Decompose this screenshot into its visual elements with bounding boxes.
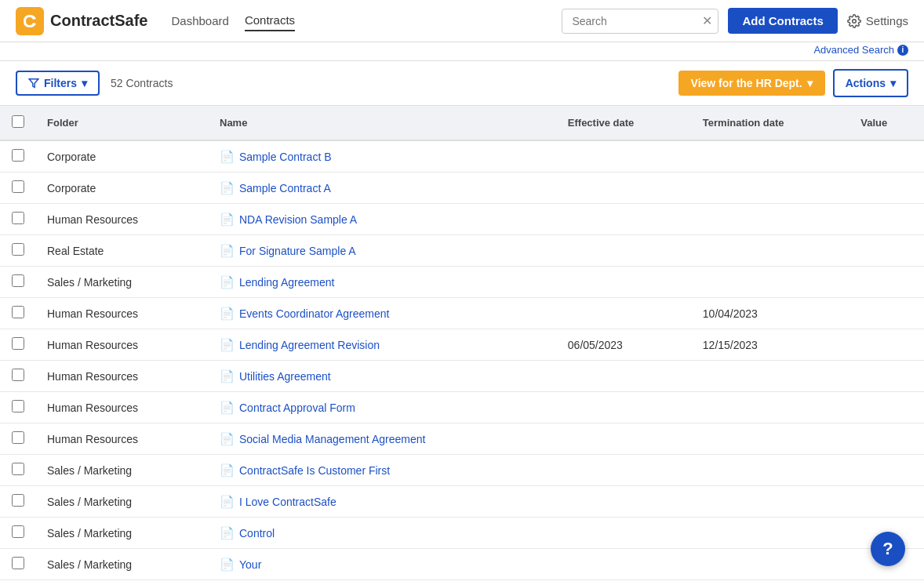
row-name-0[interactable]: 📄 Sample Contract B xyxy=(209,140,557,173)
search-input[interactable] xyxy=(562,9,718,34)
table-row: Sales / Marketing 📄 Lending Agreement xyxy=(0,267,924,298)
row-name-10[interactable]: 📄 ContractSafe Is Customer First xyxy=(209,455,557,486)
row-folder-6: Human Resources xyxy=(36,329,209,361)
row-effective-5 xyxy=(557,298,692,329)
row-name-2[interactable]: 📄 NDA Revision Sample A xyxy=(209,204,557,235)
header-right: ✕ Add Contracts Settings xyxy=(562,8,908,34)
view-hr-button[interactable]: View for the HR Dept. ▾ xyxy=(678,71,825,96)
row-name-4[interactable]: 📄 Lending Agreement xyxy=(209,267,557,298)
contract-link-1[interactable]: 📄 Sample Contract A xyxy=(220,181,546,195)
row-checkbox-3[interactable] xyxy=(12,243,24,256)
row-checkbox-10[interactable] xyxy=(12,463,24,475)
row-name-1[interactable]: 📄 Sample Contract A xyxy=(209,173,557,204)
row-termination-2 xyxy=(692,204,849,235)
row-checkbox-13[interactable] xyxy=(12,557,24,569)
contract-link-10[interactable]: 📄 ContractSafe Is Customer First xyxy=(220,463,546,478)
row-termination-5: 10/04/2023 xyxy=(692,298,849,329)
row-name-14[interactable]: 📄 Contracts xyxy=(209,580,557,586)
row-name-8[interactable]: 📄 Contract Approval Form xyxy=(209,392,557,423)
row-checkbox-1[interactable] xyxy=(12,180,24,193)
contract-link-7[interactable]: 📄 Utilities Agreement xyxy=(220,369,546,383)
row-value-6 xyxy=(849,329,924,361)
row-folder-11: Sales / Marketing xyxy=(36,486,209,518)
row-name-13[interactable]: 📄 Your xyxy=(209,549,557,580)
row-folder-13: Sales / Marketing xyxy=(36,549,209,580)
row-checkbox-9[interactable] xyxy=(12,431,24,444)
row-checkbox-12[interactable] xyxy=(12,525,24,538)
toolbar: Filters ▾ 52 Contracts View for the HR D… xyxy=(0,61,924,106)
row-termination-1 xyxy=(692,173,849,204)
doc-icon-7: 📄 xyxy=(220,369,235,383)
table-row: Human Resources 📄 Social Media Managemen… xyxy=(0,423,924,455)
row-checkbox-4[interactable] xyxy=(12,274,24,287)
help-button[interactable]: ? xyxy=(871,532,905,566)
row-name-3[interactable]: 📄 For Signature Sample A xyxy=(209,235,557,267)
doc-icon-10: 📄 xyxy=(220,463,235,478)
actions-button[interactable]: Actions ▾ xyxy=(833,69,908,97)
row-checkbox-2[interactable] xyxy=(12,212,24,224)
row-name-5[interactable]: 📄 Events Coordinator Agreement xyxy=(209,298,557,329)
advanced-search-row: Advanced Search i xyxy=(0,42,924,61)
filters-chevron-icon: ▾ xyxy=(82,77,87,89)
contract-link-12[interactable]: 📄 Control xyxy=(220,526,546,540)
search-clear-button[interactable]: ✕ xyxy=(702,13,712,28)
row-checkbox-11[interactable] xyxy=(12,494,24,507)
row-name-6[interactable]: 📄 Lending Agreement Revision xyxy=(209,329,557,361)
doc-icon-5: 📄 xyxy=(220,307,235,321)
row-name-9[interactable]: 📄 Social Media Management Agreement xyxy=(209,423,557,455)
row-value-2 xyxy=(849,204,924,235)
contract-link-2[interactable]: 📄 NDA Revision Sample A xyxy=(220,213,546,227)
row-folder-2: Human Resources xyxy=(36,204,209,235)
row-checkbox-7[interactable] xyxy=(12,369,24,381)
contract-link-11[interactable]: 📄 I Love ContractSafe xyxy=(220,495,546,509)
row-checkbox-0[interactable] xyxy=(12,149,24,162)
row-checkbox-8[interactable] xyxy=(12,400,24,412)
contract-link-0[interactable]: 📄 Sample Contract B xyxy=(220,150,546,164)
contract-link-13[interactable]: 📄 Your xyxy=(220,558,546,572)
row-checkbox-cell xyxy=(0,392,36,423)
row-effective-13 xyxy=(557,549,692,580)
row-value-3 xyxy=(849,235,924,267)
th-effective-date: Effective date xyxy=(557,106,692,140)
row-checkbox-cell xyxy=(0,549,36,580)
filters-button[interactable]: Filters ▾ xyxy=(16,71,100,96)
advanced-search-link[interactable]: Advanced Search i xyxy=(813,44,908,56)
table-row: Sales / Marketing 📄 I Love ContractSafe xyxy=(0,486,924,518)
settings-button[interactable]: Settings xyxy=(847,14,908,28)
row-checkbox-cell xyxy=(0,235,36,267)
contract-link-6[interactable]: 📄 Lending Agreement Revision xyxy=(220,338,546,352)
select-all-checkbox[interactable] xyxy=(12,115,24,128)
logo-link[interactable]: ContractSafe xyxy=(16,7,147,35)
row-name-11[interactable]: 📄 I Love ContractSafe xyxy=(209,486,557,518)
row-checkbox-cell xyxy=(0,486,36,518)
row-folder-7: Human Resources xyxy=(36,361,209,392)
row-checkbox-cell xyxy=(0,173,36,204)
row-folder-8: Human Resources xyxy=(36,392,209,423)
contract-link-4[interactable]: 📄 Lending Agreement xyxy=(220,275,546,289)
nav-dashboard[interactable]: Dashboard xyxy=(171,11,228,31)
row-checkbox-6[interactable] xyxy=(12,337,24,350)
contract-link-9[interactable]: 📄 Social Media Management Agreement xyxy=(220,432,546,446)
row-termination-0 xyxy=(692,140,849,173)
row-name-7[interactable]: 📄 Utilities Agreement xyxy=(209,361,557,392)
row-termination-7 xyxy=(692,361,849,392)
contract-link-5[interactable]: 📄 Events Coordinator Agreement xyxy=(220,307,546,321)
row-checkbox-5[interactable] xyxy=(12,306,24,318)
actions-label: Actions xyxy=(846,77,886,89)
table-row: Corporate 📄 Sample Contract A xyxy=(0,173,924,204)
row-termination-11 xyxy=(692,486,849,518)
row-termination-6: 12/15/2023 xyxy=(692,329,849,361)
row-checkbox-cell xyxy=(0,580,36,586)
logo-text: ContractSafe xyxy=(50,12,147,30)
svg-point-1 xyxy=(853,19,857,23)
add-contracts-button[interactable]: Add Contracts xyxy=(728,8,837,34)
advanced-search-info-icon: i xyxy=(897,45,908,56)
row-folder-1: Corporate xyxy=(36,173,209,204)
nav-contracts[interactable]: Contracts xyxy=(245,10,295,31)
table-row: Sales / Marketing 📄 Your xyxy=(0,549,924,580)
contract-link-8[interactable]: 📄 Contract Approval Form xyxy=(220,401,546,415)
contract-link-3[interactable]: 📄 For Signature Sample A xyxy=(220,244,546,258)
row-name-12[interactable]: 📄 Control xyxy=(209,518,557,549)
row-termination-10 xyxy=(692,455,849,486)
row-checkbox-cell xyxy=(0,423,36,455)
